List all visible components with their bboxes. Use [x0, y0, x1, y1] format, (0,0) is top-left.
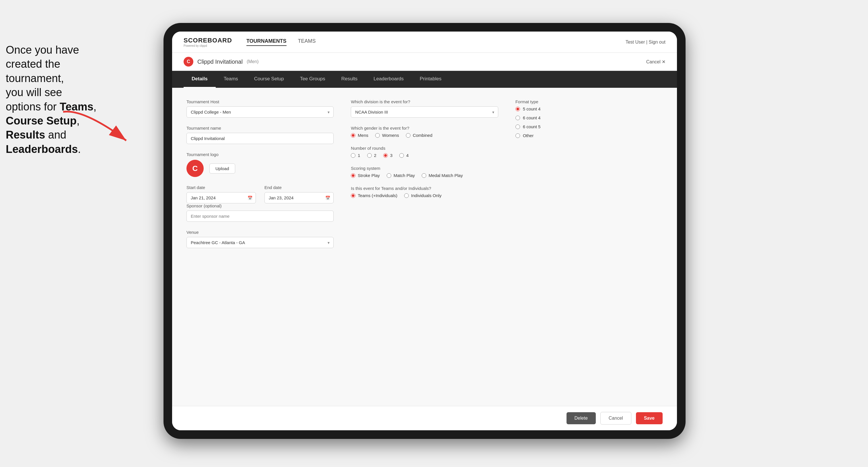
- breadcrumb-sub: (Men): [247, 59, 259, 64]
- scoring-stroke-label: Stroke Play: [358, 173, 380, 178]
- tab-tee-groups[interactable]: Tee Groups: [292, 71, 333, 88]
- delete-button[interactable]: Delete: [566, 412, 596, 424]
- scoring-medal-match-radio[interactable]: [422, 173, 426, 178]
- format-6count4-label: 6 count 4: [523, 115, 541, 120]
- format-6count5[interactable]: 6 count 5: [516, 124, 662, 129]
- format-other-label: Other: [523, 133, 534, 138]
- division-label: Which division is the event for?: [351, 99, 498, 104]
- gender-mens[interactable]: Mens: [351, 133, 368, 138]
- rounds-3[interactable]: 3: [383, 153, 393, 158]
- sponsor-group: Sponsor (optional): [186, 204, 334, 222]
- tablet-screen: SCOREBOARD Powered by clippd TOURNAMENTS…: [172, 32, 677, 430]
- nav-tournaments[interactable]: TOURNAMENTS: [246, 38, 286, 46]
- individuals-only-radio[interactable]: [404, 193, 409, 198]
- venue-select[interactable]: Peachtree GC - Atlanta - GA: [186, 237, 334, 248]
- gender-group: Which gender is the event for? Mens Wome…: [351, 126, 498, 138]
- start-date-group: Start date 📅: [186, 185, 256, 204]
- format-other[interactable]: Other: [516, 133, 662, 138]
- tab-details[interactable]: Details: [184, 71, 216, 88]
- upload-button[interactable]: Upload: [209, 163, 235, 174]
- breadcrumb-row: C Clippd Invitational (Men) Cancel ✕: [172, 53, 677, 71]
- middle-form-col: Which division is the event for? NCAA Di…: [351, 99, 498, 256]
- logo-text: SCOREBOARD: [184, 37, 232, 44]
- logo-area: SCOREBOARD Powered by clippd: [184, 37, 232, 47]
- tournament-logo-label: Tournament logo: [186, 152, 334, 157]
- start-date-wrapper: 📅: [186, 192, 256, 204]
- format-other-radio[interactable]: [516, 133, 520, 138]
- rounds-radio-group: 1 2 3 4: [351, 153, 498, 158]
- individuals-only[interactable]: Individuals Only: [404, 193, 441, 198]
- tournament-host-label: Tournament Host: [186, 99, 334, 104]
- gender-combined[interactable]: Combined: [406, 133, 432, 138]
- venue-label: Venue: [186, 230, 334, 235]
- top-nav: SCOREBOARD Powered by clippd TOURNAMENTS…: [172, 32, 677, 53]
- form-footer: Delete Cancel Save: [172, 406, 677, 430]
- scoring-group: Scoring system Stroke Play Match Play: [351, 166, 498, 178]
- rounds-3-radio[interactable]: [383, 153, 388, 158]
- tab-teams[interactable]: Teams: [216, 71, 246, 88]
- nav-teams[interactable]: TEAMS: [298, 38, 316, 46]
- end-date-label: End date: [265, 185, 334, 190]
- gender-mens-label: Mens: [358, 133, 368, 138]
- rounds-2-radio[interactable]: [367, 153, 372, 158]
- sponsor-label: Sponsor (optional): [186, 204, 334, 208]
- gender-womens-label: Womens: [382, 133, 399, 138]
- start-date-icon: 📅: [248, 196, 252, 200]
- venue-group: Venue Peachtree GC - Atlanta - GA: [186, 230, 334, 248]
- tournament-host-select-wrapper: Clippd College - Men: [186, 106, 334, 118]
- format-6count4[interactable]: 6 count 4: [516, 115, 662, 120]
- scoring-stroke[interactable]: Stroke Play: [351, 173, 380, 178]
- rounds-4-label: 4: [406, 153, 408, 158]
- rounds-1-radio[interactable]: [351, 153, 355, 158]
- scoring-stroke-radio[interactable]: [351, 173, 355, 178]
- rounds-4[interactable]: 4: [399, 153, 408, 158]
- teams-label: Is this event for Teams and/or Individua…: [351, 186, 498, 191]
- format-6count4-radio[interactable]: [516, 116, 520, 120]
- user-area[interactable]: Test User | Sign out: [626, 39, 665, 45]
- tournament-name-label: Tournament name: [186, 126, 334, 130]
- tournament-host-select[interactable]: Clippd College - Men: [186, 106, 334, 118]
- end-date-icon: 📅: [325, 196, 330, 200]
- division-group: Which division is the event for? NCAA Di…: [351, 99, 498, 118]
- start-date-input[interactable]: [186, 192, 256, 204]
- format-5count4[interactable]: 5 count 4: [516, 106, 662, 111]
- rounds-1[interactable]: 1: [351, 153, 360, 158]
- rounds-3-label: 3: [390, 153, 393, 158]
- rounds-4-radio[interactable]: [399, 153, 404, 158]
- rounds-2[interactable]: 2: [367, 153, 376, 158]
- tab-printables[interactable]: Printables: [412, 71, 450, 88]
- format-6count5-radio[interactable]: [516, 124, 520, 129]
- division-select[interactable]: NCAA Division III: [351, 106, 498, 118]
- scoring-match-radio[interactable]: [387, 173, 391, 178]
- format-label: Format type: [516, 99, 662, 104]
- sub-tabs: Details Teams Course Setup Tee Groups Re…: [172, 71, 677, 88]
- gender-womens[interactable]: Womens: [375, 133, 399, 138]
- teams-plus-individuals[interactable]: Teams (+Individuals): [351, 193, 397, 198]
- gender-radio-group: Mens Womens Combined: [351, 133, 498, 138]
- cancel-button[interactable]: Cancel: [600, 412, 631, 425]
- tab-leaderboards[interactable]: Leaderboards: [366, 71, 412, 88]
- tournament-icon: C: [184, 57, 193, 67]
- gender-combined-radio[interactable]: [406, 133, 410, 138]
- format-5count4-radio[interactable]: [516, 107, 520, 111]
- end-date-input[interactable]: [265, 192, 334, 204]
- gender-mens-radio[interactable]: [351, 133, 355, 138]
- arrow-indicator: [57, 103, 144, 146]
- save-button[interactable]: Save: [636, 412, 662, 424]
- tab-results[interactable]: Results: [333, 71, 366, 88]
- scoring-match[interactable]: Match Play: [387, 173, 415, 178]
- rounds-group: Number of rounds 1 2: [351, 146, 498, 158]
- nav-links: TOURNAMENTS TEAMS: [246, 38, 626, 46]
- division-select-wrapper: NCAA Division III: [351, 106, 498, 118]
- scoring-medal-match[interactable]: Medal Match Play: [422, 173, 463, 178]
- end-date-group: End date 📅: [265, 185, 334, 204]
- tournament-name-input[interactable]: [186, 133, 334, 144]
- sponsor-input[interactable]: [186, 211, 334, 222]
- tab-course-setup[interactable]: Course Setup: [246, 71, 292, 88]
- form-columns: Tournament Host Clippd College - Men Tou…: [186, 99, 662, 256]
- gender-womens-radio[interactable]: [375, 133, 380, 138]
- cancel-top-button[interactable]: Cancel ✕: [646, 59, 665, 65]
- logo-preview: C: [186, 160, 204, 177]
- teams-plus-radio[interactable]: [351, 193, 355, 198]
- gender-label: Which gender is the event for?: [351, 126, 498, 130]
